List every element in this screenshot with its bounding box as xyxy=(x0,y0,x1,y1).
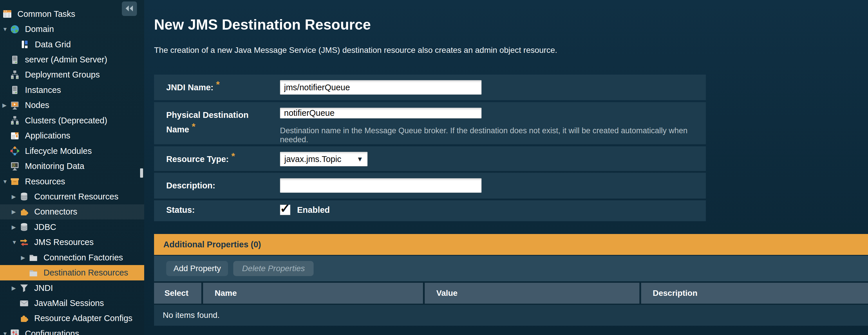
properties-table-empty-row: No items found. xyxy=(154,305,868,326)
folder-icon xyxy=(28,268,38,278)
description-input[interactable] xyxy=(280,178,482,193)
sidebar-item-label: Monitoring Data xyxy=(25,161,85,171)
column-header-select: Select xyxy=(154,283,202,304)
sidebar-item-label: server (Admin Server) xyxy=(25,55,107,64)
sidebar-scrollbar-thumb[interactable] xyxy=(140,169,143,178)
collapsed-triangle-icon[interactable]: ▶ xyxy=(11,209,19,215)
sidebar-item-resource-adapter-configs[interactable]: Resource Adapter Configs xyxy=(0,311,144,326)
additional-properties-title: Additional Properties (0) xyxy=(163,240,261,249)
sidebar-item-label: Clusters (Deprecated) xyxy=(25,116,107,125)
server-icon xyxy=(10,55,20,65)
data-grid-icon xyxy=(20,39,30,49)
sidebar-item-label: JMS Resources xyxy=(34,238,94,247)
description-label: Description: xyxy=(166,178,280,199)
sidebar-item-clusters-deprecated[interactable]: Clusters (Deprecated) xyxy=(0,113,144,128)
sidebar-item-jms-resources[interactable]: ▼ JMS Resources xyxy=(0,235,144,250)
folder-icon xyxy=(28,252,38,263)
sidebar-item-instances[interactable]: Instances xyxy=(0,83,144,97)
envelope-icon xyxy=(19,298,29,308)
expanded-triangle-icon[interactable]: ▼ xyxy=(2,331,10,335)
form-row-status: Status: ✓ Enabled xyxy=(154,200,706,221)
puzzle-icon xyxy=(19,207,29,217)
node-tree-icon xyxy=(10,116,20,125)
collapsed-triangle-icon[interactable]: ▶ xyxy=(11,285,19,291)
sidebar-item-label: Common Tasks xyxy=(18,9,75,19)
physical-destination-help-text: Destination name in the Message Queue br… xyxy=(280,126,706,144)
form-row-resource-type: Resource Type:* javax.jms.Topic ▼ xyxy=(154,146,706,171)
expanded-triangle-icon[interactable]: ▼ xyxy=(11,240,19,245)
collapsed-triangle-icon[interactable]: ▶ xyxy=(21,255,28,261)
jms-arrows-icon xyxy=(19,238,29,247)
collapsed-triangle-icon[interactable]: ▶ xyxy=(2,102,10,108)
sidebar-item-data-grid[interactable]: Data Grid xyxy=(0,37,144,52)
sidebar-item-label: Data Grid xyxy=(35,40,71,49)
sidebar-item-label: Configurations xyxy=(25,329,79,335)
sidebar-item-label: JavaMail Sessions xyxy=(34,298,104,308)
sidebar-item-server-admin[interactable]: server (Admin Server) xyxy=(0,52,144,67)
globe-icon xyxy=(10,24,20,34)
properties-toolbar: Add Property Delete Properties xyxy=(154,256,868,281)
additional-properties-header: Additional Properties (0) xyxy=(154,234,868,255)
puzzle-icon xyxy=(19,313,29,324)
sidebar-item-domain[interactable]: ▼ Domain xyxy=(0,22,144,37)
sidebar-item-label: Destination Resources xyxy=(43,268,128,277)
monitor-data-icon xyxy=(10,161,20,171)
expanded-triangle-icon[interactable]: ▼ xyxy=(2,179,10,184)
sidebar-item-label: Nodes xyxy=(25,100,49,110)
sidebar-item-monitoring-data[interactable]: Monitoring Data xyxy=(0,158,144,174)
sidebar-item-connection-factories[interactable]: ▶ Connection Factories xyxy=(0,250,144,265)
node-tree-icon xyxy=(10,70,20,80)
sliders-icon xyxy=(10,329,20,335)
sidebar-item-jndi[interactable]: ▶ JNDI xyxy=(0,280,144,296)
collapsed-triangle-icon[interactable]: ▶ xyxy=(11,194,19,200)
sidebar-item-javamail-sessions[interactable]: JavaMail Sessions xyxy=(0,296,144,311)
sidebar-item-nodes[interactable]: ▶ Nodes xyxy=(0,98,144,113)
funnel-icon xyxy=(19,283,29,293)
sidebar-item-label: Instances xyxy=(25,85,61,95)
required-asterisk: * xyxy=(231,151,235,161)
monitor-play-icon xyxy=(10,100,20,110)
checkmark-icon: ✓ xyxy=(280,204,291,213)
sidebar-item-label: Connectors xyxy=(34,207,77,217)
expanded-triangle-icon[interactable]: ▼ xyxy=(2,26,10,32)
form-row-jndi-name: JNDI Name:* xyxy=(154,74,706,100)
resource-type-select[interactable]: javax.jms.Topic ▼ xyxy=(280,152,368,166)
sidebar-item-jdbc[interactable]: ▶ JDBC xyxy=(0,219,144,235)
physical-destination-name-input[interactable] xyxy=(280,108,482,118)
sidebar-item-concurrent-resources[interactable]: ▶ Concurrent Resources xyxy=(0,189,144,204)
status-label: Status: xyxy=(166,205,280,221)
task-table-icon xyxy=(2,9,12,19)
sidebar-item-common-tasks[interactable]: Common Tasks xyxy=(0,6,144,22)
sidebar-item-label: Deployment Groups xyxy=(25,70,100,80)
collapsed-triangle-icon[interactable]: ▶ xyxy=(11,224,19,230)
enabled-checkbox-label: Enabled xyxy=(297,205,330,215)
sidebar-item-configurations[interactable]: ▼ Configurations xyxy=(0,326,144,335)
required-asterisk: * xyxy=(192,121,195,132)
empty-message: No items found. xyxy=(163,311,220,320)
resource-type-selected-value: javax.jms.Topic xyxy=(284,154,341,164)
form-row-physical-destination-name: Physical Destination Name* Destination n… xyxy=(154,102,706,144)
column-header-name: Name xyxy=(203,283,423,304)
resource-box-icon xyxy=(10,177,20,186)
sidebar-item-destination-resources[interactable]: Destination Resources xyxy=(0,265,144,280)
sidebar-item-label: Lifecycle Modules xyxy=(25,146,92,156)
sidebar-item-deployment-groups[interactable]: Deployment Groups xyxy=(0,67,144,83)
page-intro: The creation of a new Java Message Servi… xyxy=(154,46,868,55)
sidebar-item-applications[interactable]: Applications xyxy=(0,128,144,144)
sidebar-item-lifecycle-modules[interactable]: Lifecycle Modules xyxy=(0,144,144,158)
delete-properties-button: Delete Properties xyxy=(233,261,313,276)
sidebar-item-label: JDBC xyxy=(34,222,56,232)
properties-table-header: Select Name Value Description xyxy=(154,283,868,304)
add-property-button[interactable]: Add Property xyxy=(166,261,228,276)
sidebar-item-connectors[interactable]: ▶ Connectors xyxy=(0,204,144,219)
nav-tree: Common Tasks ▼ Domain Data Grid server (… xyxy=(0,6,144,335)
jndi-name-input[interactable] xyxy=(280,80,482,95)
enabled-checkbox[interactable]: ✓ xyxy=(280,205,290,215)
resource-type-label: Resource Type:* xyxy=(166,152,280,171)
sidebar-item-resources[interactable]: ▼ Resources xyxy=(0,174,144,189)
column-header-description: Description xyxy=(641,283,868,304)
sidebar-item-label: Connection Factories xyxy=(43,253,123,263)
app-window-icon xyxy=(10,131,20,141)
page-title: New JMS Destination Resource xyxy=(154,17,868,32)
jndi-name-label: JNDI Name:* xyxy=(166,80,280,100)
